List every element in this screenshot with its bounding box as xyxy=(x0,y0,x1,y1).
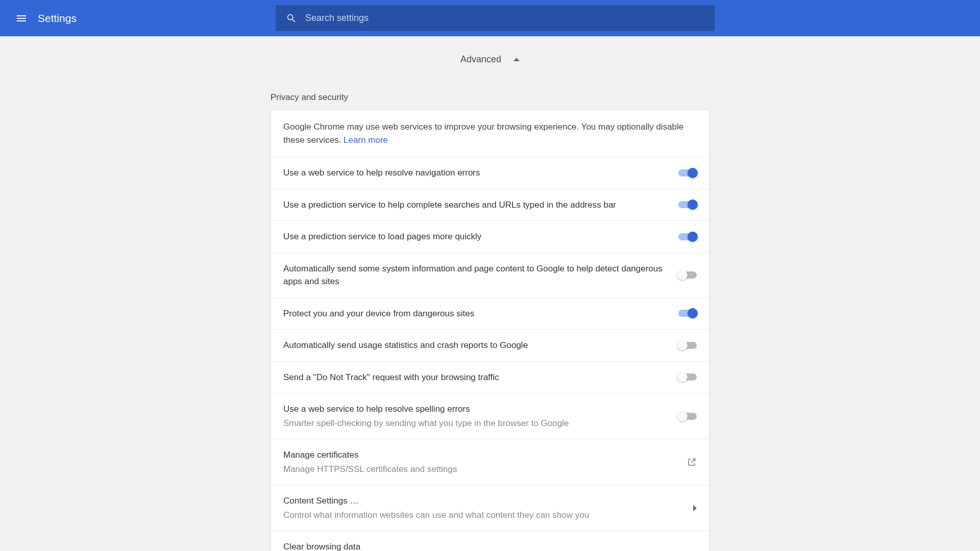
link-sublabel: Manage HTTPS/SSL certificates and settin… xyxy=(283,463,676,476)
link-row-clear-data[interactable]: Clear browsing dataClear history, cookie… xyxy=(271,531,709,551)
search-input[interactable] xyxy=(297,13,715,23)
external-link-icon xyxy=(687,457,697,467)
toggle-safe-browsing[interactable] xyxy=(678,309,697,318)
setting-row-spell-check: Use a web service to help resolve spelli… xyxy=(271,393,709,439)
setting-label: Automatically send usage statistics and … xyxy=(283,339,668,352)
link-row-manage-certs[interactable]: Manage certificatesManage HTTPS/SSL cert… xyxy=(271,439,709,485)
link-sublabel: Control what information websites can us… xyxy=(283,509,683,522)
setting-row-nav-errors: Use a web service to help resolve naviga… xyxy=(271,157,709,189)
setting-row-predict-search: Use a prediction service to help complet… xyxy=(271,189,709,221)
toggle-auto-report[interactable] xyxy=(678,270,697,280)
toggle-predict-search[interactable] xyxy=(678,200,697,209)
page-title: Settings xyxy=(38,12,77,24)
hamburger-menu-icon[interactable] xyxy=(15,12,28,24)
link-row-content-settings[interactable]: Content Settings …Control what informati… xyxy=(271,485,709,531)
toggle-nav-errors[interactable] xyxy=(678,168,697,178)
privacy-intro: Google Chrome may use web services to im… xyxy=(271,110,709,157)
section-title-privacy: Privacy and security xyxy=(271,92,709,103)
app-header: Settings xyxy=(0,0,980,36)
chevron-up-icon xyxy=(513,58,520,61)
advanced-label: Advanced xyxy=(460,54,501,65)
link-label: Clear browsing data xyxy=(283,540,683,551)
toggle-predict-load[interactable] xyxy=(678,232,697,241)
learn-more-link[interactable]: Learn more xyxy=(344,135,388,145)
setting-sublabel: Smarter spell-checking by sending what y… xyxy=(283,417,668,430)
setting-row-auto-report: Automatically send some system informati… xyxy=(271,253,709,297)
setting-label: Use a web service to help resolve naviga… xyxy=(283,166,668,180)
privacy-card: Google Chrome may use web services to im… xyxy=(271,110,709,551)
toggle-usage-stats[interactable] xyxy=(678,341,697,350)
setting-label: Use a prediction service to load pages m… xyxy=(283,230,668,243)
setting-label: Protect you and your device from dangero… xyxy=(283,307,668,320)
setting-label: Use a web service to help resolve spelli… xyxy=(283,403,668,416)
setting-label: Send a "Do Not Track" request with your … xyxy=(283,371,668,384)
content-scroll-area[interactable]: Advanced Privacy and security Google Chr… xyxy=(0,36,980,551)
chevron-right-icon xyxy=(693,505,697,511)
setting-row-usage-stats: Automatically send usage statistics and … xyxy=(271,329,709,361)
search-box[interactable] xyxy=(276,5,715,31)
setting-row-do-not-track: Send a "Do Not Track" request with your … xyxy=(271,361,709,393)
link-label: Content Settings … xyxy=(283,494,683,508)
toggle-spell-check[interactable] xyxy=(678,412,697,421)
setting-label: Use a prediction service to help complet… xyxy=(283,198,668,212)
advanced-toggle[interactable]: Advanced xyxy=(271,36,709,82)
setting-row-predict-load: Use a prediction service to load pages m… xyxy=(271,220,709,253)
search-icon xyxy=(286,13,297,24)
setting-row-safe-browsing: Protect you and your device from dangero… xyxy=(271,297,709,330)
link-label: Manage certificates xyxy=(283,448,676,462)
setting-label: Automatically send some system informati… xyxy=(283,262,668,288)
toggle-do-not-track[interactable] xyxy=(678,372,697,382)
